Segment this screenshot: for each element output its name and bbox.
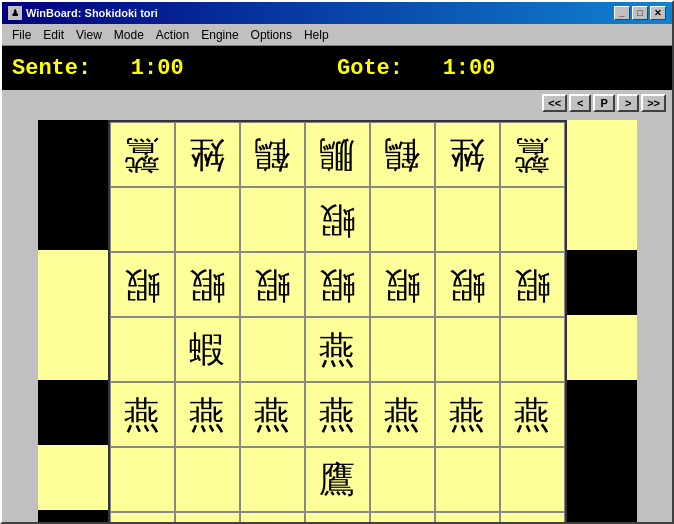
board-cell[interactable]: 燕 [305, 317, 370, 382]
sente-status: Sente: 1:00 [12, 56, 337, 81]
board-cell[interactable]: 燕 [500, 382, 565, 447]
title-bar-left: ♟ WinBoard: Shokidoki tori [8, 6, 158, 20]
board-cell[interactable] [240, 317, 305, 382]
right-panel-cell [567, 315, 637, 380]
board-cell[interactable]: 鷹 [305, 447, 370, 512]
gote-label: Gote: [337, 56, 403, 81]
board-cell[interactable] [500, 317, 565, 382]
gote-time: 1:00 [443, 56, 496, 81]
board-cell[interactable]: 矬 [175, 122, 240, 187]
right-panel [567, 120, 637, 522]
left-panel-cell [38, 510, 108, 522]
menu-action[interactable]: Action [150, 26, 195, 44]
menu-engine[interactable]: Engine [195, 26, 244, 44]
main-window: ♟ WinBoard: Shokidoki tori _ □ ✕ File Ed… [0, 0, 674, 524]
board-cell[interactable]: 鶴 [240, 122, 305, 187]
right-panel-cell [567, 445, 637, 510]
board-cell[interactable]: 燕 [370, 382, 435, 447]
menu-options[interactable]: Options [245, 26, 298, 44]
menu-view[interactable]: View [70, 26, 108, 44]
board-cell[interactable]: 蝦 [305, 252, 370, 317]
board-cell[interactable]: 蝦 [435, 252, 500, 317]
right-panel-cell [567, 185, 637, 250]
close-button[interactable]: ✕ [650, 6, 666, 20]
board-cell[interactable] [435, 187, 500, 252]
board-cell[interactable]: 鵬 [305, 512, 370, 522]
board-cell[interactable]: 鷲 [110, 512, 175, 522]
left-panel-cell [38, 250, 108, 315]
gote-status: Gote: 1:00 [337, 56, 662, 81]
board-cell[interactable] [240, 447, 305, 512]
board-cell[interactable] [500, 447, 565, 512]
nav-last-button[interactable]: >> [641, 94, 666, 112]
menu-bar: File Edit View Mode Action Engine Option… [2, 24, 672, 46]
board-cell[interactable] [370, 317, 435, 382]
board-cell[interactable]: 鶴 [370, 512, 435, 522]
board-cell[interactable]: 蝦 [175, 317, 240, 382]
left-panel-cell [38, 120, 108, 185]
board-cell[interactable]: 鷲 [110, 122, 175, 187]
board-cell[interactable] [175, 187, 240, 252]
nav-pause-button[interactable]: P [593, 94, 615, 112]
board-cell[interactable]: 鷲 [500, 512, 565, 522]
board-cell[interactable] [500, 187, 565, 252]
nav-next-button[interactable]: > [617, 94, 639, 112]
board-cell[interactable] [370, 187, 435, 252]
board-cell[interactable] [110, 317, 175, 382]
title-controls: _ □ ✕ [614, 6, 666, 20]
menu-edit[interactable]: Edit [37, 26, 70, 44]
left-panel-cell [38, 445, 108, 510]
minimize-button[interactable]: _ [614, 6, 630, 20]
sente-time: 1:00 [131, 56, 184, 81]
menu-help[interactable]: Help [298, 26, 335, 44]
board-cell[interactable]: 矬 [175, 512, 240, 522]
left-panel-cell [38, 380, 108, 445]
board-cell[interactable]: 燕 [240, 382, 305, 447]
menu-file[interactable]: File [6, 26, 37, 44]
board-cell[interactable]: 燕 [175, 382, 240, 447]
left-panel-cell [38, 315, 108, 380]
left-panel [38, 120, 108, 522]
right-panel-cell [567, 380, 637, 445]
board-cell[interactable]: 矬 [435, 512, 500, 522]
board-cell[interactable]: 蝦 [240, 252, 305, 317]
board-cell[interactable]: 蝦 [500, 252, 565, 317]
board-cell[interactable]: 燕 [435, 382, 500, 447]
board-cell[interactable]: 鶴 [240, 512, 305, 522]
board-cell[interactable]: 蝦 [110, 252, 175, 317]
board-cell[interactable]: 鷲 [500, 122, 565, 187]
board-cell[interactable]: 燕 [110, 382, 175, 447]
board-cell[interactable] [240, 187, 305, 252]
board-grid: 鷲矬鶴鵬鶴矬鷲蝦蝦蝦蝦蝦蝦蝦蝦蝦燕燕燕燕燕燕燕燕鷹鷲矬鶴鵬鶴矬鷲 [108, 120, 567, 522]
nav-prev-button[interactable]: < [569, 94, 591, 112]
menu-mode[interactable]: Mode [108, 26, 150, 44]
right-panel-cell [567, 120, 637, 185]
left-panel-cell [38, 185, 108, 250]
board-cell[interactable] [110, 447, 175, 512]
window-title: WinBoard: Shokidoki tori [26, 7, 158, 19]
nav-first-button[interactable]: << [542, 94, 567, 112]
board-cell[interactable] [110, 187, 175, 252]
board-cell[interactable] [175, 447, 240, 512]
board-cell[interactable]: 蝦 [175, 252, 240, 317]
board-cell[interactable] [370, 447, 435, 512]
sente-label: Sente: [12, 56, 91, 81]
board-cell[interactable] [435, 447, 500, 512]
board-cell[interactable]: 鵬 [305, 122, 370, 187]
board-container: 鷲矬鶴鵬鶴矬鷲蝦蝦蝦蝦蝦蝦蝦蝦蝦燕燕燕燕燕燕燕燕鷹鷲矬鶴鵬鶴矬鷲 [2, 116, 672, 522]
board-cell[interactable]: 鶴 [370, 122, 435, 187]
right-panel-cell [567, 250, 637, 315]
nav-bar: << < P > >> [2, 90, 672, 116]
title-bar: ♟ WinBoard: Shokidoki tori _ □ ✕ [2, 2, 672, 24]
right-panel-cell [567, 510, 637, 522]
board-cell[interactable]: 蝦 [305, 187, 370, 252]
status-bar: Sente: 1:00 Gote: 1:00 [2, 46, 672, 90]
board-cell[interactable]: 燕 [305, 382, 370, 447]
board-cell[interactable]: 矬 [435, 122, 500, 187]
board-cell[interactable] [435, 317, 500, 382]
board-cell[interactable]: 蝦 [370, 252, 435, 317]
app-icon: ♟ [8, 6, 22, 20]
maximize-button[interactable]: □ [632, 6, 648, 20]
